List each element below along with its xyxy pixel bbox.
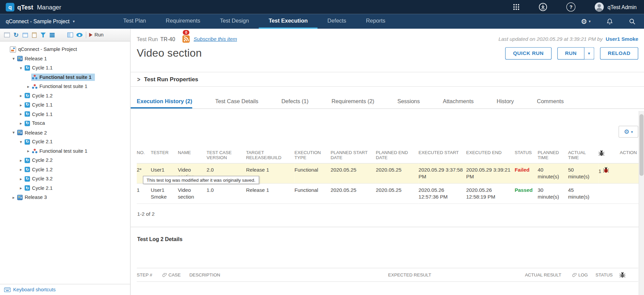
tree-item-cycle-1-1[interactable]: ▾Cycle 1.1 — [0, 63, 130, 72]
expand-arrow-icon[interactable]: ▸ — [18, 112, 24, 116]
column-header-tester[interactable]: TESTER — [151, 150, 178, 164]
column-header-target-release-build[interactable]: TARGET RELEASE/BUILD — [246, 150, 294, 164]
column-header-no[interactable]: NO. — [137, 150, 151, 164]
run-button[interactable]: RUN — [557, 47, 584, 60]
expand-arrow-icon[interactable]: ▸ — [18, 121, 24, 125]
tab-history[interactable]: History — [497, 95, 514, 109]
run-dropdown-button[interactable]: ▾ — [584, 47, 594, 60]
expand-arrow-icon[interactable]: ▸ — [18, 102, 24, 107]
expand-arrow-icon[interactable]: ▸ — [18, 167, 24, 172]
settings-menu[interactable]: ⚙ ▾ — [581, 18, 590, 25]
expand-arrow-icon[interactable]: ▸ — [18, 186, 24, 190]
tree-item-release-1[interactable]: ▾Release 1 — [0, 54, 130, 63]
column-header-name[interactable]: NAME — [178, 150, 206, 164]
collapse-arrow-icon[interactable]: ▾ — [18, 140, 24, 144]
tree-item-release-3[interactable]: ▸Release 3 — [0, 193, 130, 202]
tab-test-case-details[interactable]: Test Case Details — [215, 95, 258, 109]
subscribe-link[interactable]: Subscribe this item — [194, 36, 237, 42]
tree-item-cycle-1-1[interactable]: ▸Cycle 1.1 — [0, 100, 130, 109]
tab-attachments[interactable]: Attachments — [443, 95, 474, 109]
nav-item-test-design[interactable]: Test Design — [210, 14, 259, 29]
column-header-executed-end[interactable]: EXECUTED END — [466, 150, 515, 164]
tab-sessions[interactable]: Sessions — [397, 95, 420, 109]
notifications-bell-icon[interactable] — [606, 18, 613, 25]
column-header-planned-end-date[interactable]: PLANNED END DATE — [376, 150, 419, 164]
rss-subscribe-icon[interactable]: 0 — [183, 35, 190, 43]
tree-item-cycle-2-1[interactable]: ▸Cycle 2.1 — [0, 183, 130, 193]
defects-column-header[interactable] — [599, 150, 620, 164]
filter-icon[interactable] — [39, 31, 48, 39]
tab-requirements-2[interactable]: Requirements (2) — [331, 95, 374, 109]
expand-arrow-icon[interactable]: ▸ — [18, 158, 24, 163]
nav-item-requirements[interactable]: Requirements — [156, 14, 210, 29]
reload-button[interactable]: RELOAD — [600, 47, 638, 60]
expand-arrow-icon[interactable]: ▸ — [26, 84, 31, 89]
nav-item-defects[interactable]: Defects — [318, 14, 356, 29]
user-menu[interactable]: qTest Admin — [594, 2, 637, 12]
vertical-scrollbar[interactable] — [639, 111, 644, 295]
notification-badge: 0 — [183, 30, 190, 35]
tree-item-functional-test-suite-1[interactable]: ▸Functional test suite 1 — [0, 146, 130, 155]
tab-comments[interactable]: Comments — [537, 95, 564, 109]
tab-execution-history-2[interactable]: Execution History (2) — [131, 95, 192, 109]
apps-grid-icon[interactable] — [513, 4, 520, 10]
table-settings-button[interactable]: ⚙ ▾ — [618, 126, 638, 138]
new-window-icon[interactable] — [21, 31, 30, 39]
search-icon[interactable] — [629, 18, 636, 25]
nav-item-test-plan[interactable]: Test Plan — [114, 14, 156, 29]
nav-item-reports[interactable]: Reports — [356, 14, 395, 29]
sidebar-footer: Keyboard shortcuts — [0, 284, 130, 295]
scrollbar-thumb[interactable] — [640, 114, 644, 176]
tab-defects-1[interactable]: Defects (1) — [281, 95, 309, 109]
download-icon[interactable] — [539, 2, 548, 11]
tree-run-button[interactable]: Run — [89, 32, 104, 38]
column-header-executed-start[interactable]: EXECUTED START — [419, 150, 466, 164]
qtest-logo[interactable]: q qTest Manager — [6, 3, 61, 11]
collapse-arrow-icon[interactable]: ▾ — [18, 66, 24, 70]
excel-export-icon[interactable] — [57, 31, 66, 39]
collapse-arrow-icon[interactable]: ▾ — [11, 56, 17, 61]
cell-defect-count[interactable]: 1 — [599, 163, 620, 183]
tree-item-functional-test-suite-1[interactable]: Functional test suite 1 — [0, 72, 130, 82]
column-header-test-case-version[interactable]: TEST CASE VERSION — [206, 150, 246, 164]
tree-item-cycle-1-2[interactable]: ▸Cycle 1.2 — [0, 165, 130, 174]
column-header-actual-time[interactable]: ACTUAL TIME — [568, 150, 598, 164]
column-header-planned-start-date[interactable]: PLANNED START DATE — [331, 150, 376, 164]
project-selector[interactable]: qConnect - Sample Project ▾ — [0, 14, 107, 29]
panels-icon[interactable] — [2, 31, 11, 39]
updated-by-link[interactable]: User1 Smoke — [606, 36, 638, 42]
expand-arrow-icon[interactable]: ▸ — [26, 149, 31, 153]
column-header-execution-type[interactable]: EXECUTION TYPE — [294, 150, 330, 164]
tree-item-functional-test-suite-1[interactable]: ▸Functional test suite 1 — [0, 82, 130, 91]
attachment-icon — [162, 272, 167, 277]
paste-icon[interactable] — [30, 31, 39, 39]
expand-arrow-icon[interactable]: ▸ — [11, 195, 17, 200]
help-icon[interactable]: ? — [567, 2, 576, 11]
tree-item-cycle-2-1[interactable]: ▾Cycle 2.1 — [0, 137, 130, 146]
tree-item-tosca[interactable]: ▸Tosca — [0, 119, 130, 128]
nav-item-test-execution[interactable]: Test Execution — [259, 14, 317, 29]
tree-item-release-2[interactable]: ▾Release 2 — [0, 128, 130, 137]
column-header-action[interactable]: ACTION — [620, 150, 639, 164]
keyboard-shortcuts-link[interactable]: Keyboard shortcuts — [13, 287, 56, 293]
execution-history-table-wrap: NO.TESTERNAMETEST CASE VERSIONTARGET REL… — [137, 150, 638, 204]
tree-item-cycle-3-2[interactable]: ▸Cycle 3.2 — [0, 174, 130, 183]
step-column-header-expected-result: EXPECTED RESULT — [388, 272, 431, 277]
column-header-status[interactable]: STATUS — [515, 150, 538, 164]
list-icon[interactable] — [47, 31, 57, 39]
execution-history-row[interactable]: 1User1 SmokeVideo section1.0Release 1Fun… — [137, 183, 639, 204]
tree-item-cycle-1-2[interactable]: ▸Cycle 1.2 — [0, 91, 130, 100]
tree-item-cycle-2-2[interactable]: ▸Cycle 2.2 — [0, 156, 130, 165]
tree-item-cycle-1-1[interactable]: ▸Cycle 1.1 — [0, 110, 130, 119]
quick-run-button[interactable]: QUICK RUN — [505, 47, 551, 60]
eye-icon[interactable] — [75, 31, 84, 39]
test-run-properties-toggle[interactable]: > Test Run Properties — [131, 72, 644, 87]
collapse-arrow-icon[interactable]: ▾ — [11, 130, 17, 135]
item-id: TR-40 — [160, 36, 175, 42]
split-icon[interactable] — [66, 31, 75, 39]
refresh-icon[interactable] — [11, 31, 21, 39]
expand-arrow-icon[interactable]: ▸ — [18, 177, 24, 181]
column-header-planned-time[interactable]: PLANNED TIME — [538, 150, 568, 164]
tree-item-qconnect-sample-project[interactable]: qConnect - Sample Project — [0, 45, 130, 54]
expand-arrow-icon[interactable]: ▸ — [18, 93, 24, 98]
